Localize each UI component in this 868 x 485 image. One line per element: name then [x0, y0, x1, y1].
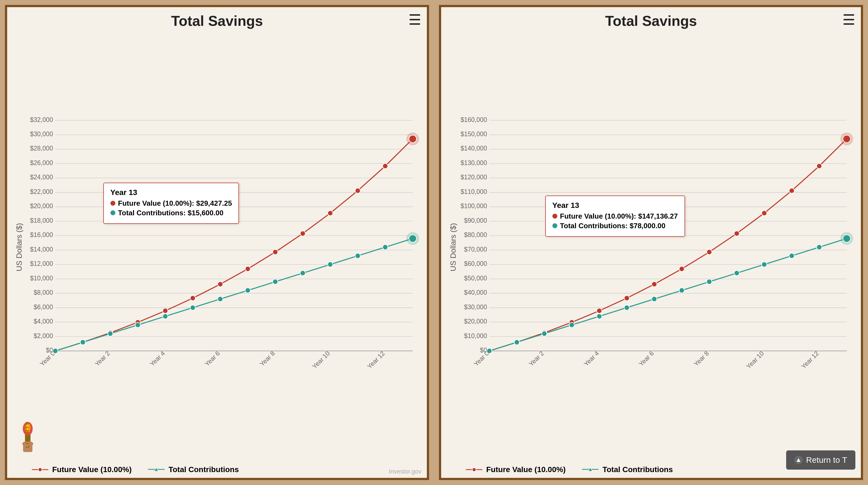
svg-point-149: [734, 270, 739, 276]
svg-text:$6,000: $6,000: [33, 303, 53, 311]
svg-text:Year 6: Year 6: [637, 350, 655, 367]
svg-point-134: [734, 231, 739, 236]
svg-text:$14,000: $14,000: [30, 246, 53, 253]
svg-point-150: [762, 262, 767, 267]
svg-text:$100,000: $100,000: [461, 202, 487, 209]
svg-text:Year 10: Year 10: [311, 350, 331, 370]
chart-area: US Dollars ($)$0$10,000$20,000$30,000$40…: [446, 32, 856, 462]
svg-point-56: [409, 135, 416, 142]
svg-point-65: [273, 279, 278, 284]
svg-text:$120,000: $120,000: [461, 173, 487, 181]
svg-point-60: [135, 322, 141, 328]
svg-point-58: [80, 340, 86, 345]
svg-text:Year 2: Year 2: [527, 350, 545, 367]
svg-text:$10,000: $10,000: [464, 332, 487, 340]
svg-point-152: [817, 245, 822, 250]
svg-text:$22,000: $22,000: [30, 188, 53, 195]
svg-text:Year 4: Year 4: [148, 350, 166, 367]
svg-text:Year 2: Year 2: [93, 350, 111, 367]
svg-point-144: [597, 314, 602, 319]
chart-header: Total Savings☰: [12, 13, 422, 29]
svg-point-64: [245, 288, 250, 293]
return-to-button[interactable]: Return to T: [786, 450, 856, 470]
svg-point-143: [569, 322, 575, 328]
svg-point-148: [707, 279, 712, 284]
chart-inner: $0$2,000$4,000$6,000$8,000$10,000$12,000…: [24, 32, 422, 462]
svg-text:$40,000: $40,000: [464, 289, 487, 296]
svg-point-147: [679, 288, 684, 293]
svg-point-129: [597, 308, 602, 313]
svg-text:$32,000: $32,000: [30, 116, 53, 123]
svg-text:Year 8: Year 8: [692, 350, 710, 367]
svg-point-47: [190, 295, 195, 301]
svg-point-141: [514, 340, 520, 345]
svg-point-145: [624, 305, 629, 310]
svg-text:Year 12: Year 12: [800, 350, 820, 370]
svg-point-71: [409, 235, 416, 242]
svg-point-57: [53, 348, 58, 353]
svg-text:Year 8: Year 8: [258, 350, 276, 367]
svg-text:$24,000: $24,000: [30, 173, 53, 181]
chart-header: Total Savings☰: [446, 13, 856, 29]
svg-text:$20,000: $20,000: [464, 318, 487, 325]
svg-point-136: [789, 188, 795, 193]
svg-text:$20,000: $20,000: [30, 202, 53, 209]
svg-point-154: [843, 235, 850, 242]
svg-text:$140,000: $140,000: [461, 145, 487, 152]
svg-text:$26,000: $26,000: [30, 159, 53, 166]
svg-text:$160,000: $160,000: [461, 116, 487, 123]
svg-text:$150,000: $150,000: [461, 130, 487, 138]
chart-svg: $0$10,000$20,000$30,000$40,000$50,000$60…: [458, 32, 856, 462]
liberty-logo: LIBERTY: [12, 416, 43, 456]
svg-text:$30,000: $30,000: [30, 130, 53, 138]
svg-text:$12,000: $12,000: [30, 260, 53, 267]
svg-point-48: [218, 282, 223, 287]
y-axis-label: US Dollars ($): [12, 32, 24, 462]
svg-point-140: [487, 348, 492, 353]
svg-text:Year 4: Year 4: [582, 350, 600, 367]
chart-area: US Dollars ($)$0$2,000$4,000$6,000$8,000…: [12, 32, 422, 462]
chart-legend: Future Value (10.00%)Total Contributions: [12, 462, 422, 474]
svg-point-53: [355, 188, 361, 193]
svg-point-135: [762, 211, 767, 216]
chart-title: Total Savings: [171, 13, 263, 29]
svg-text:$50,000: $50,000: [464, 274, 487, 282]
svg-point-51: [300, 231, 305, 236]
svg-text:$80,000: $80,000: [464, 231, 487, 238]
svg-text:$70,000: $70,000: [464, 246, 487, 253]
svg-point-63: [218, 296, 223, 301]
left-chart-panel: Total Savings☰US Dollars ($)$0$2,000$4,0…: [5, 5, 429, 480]
svg-text:$8,000: $8,000: [33, 289, 53, 296]
svg-text:$30,000: $30,000: [464, 303, 487, 311]
chart-inner: $0$10,000$20,000$30,000$40,000$50,000$60…: [458, 32, 856, 462]
svg-point-61: [163, 314, 168, 319]
svg-point-62: [190, 305, 195, 310]
svg-text:$2,000: $2,000: [33, 332, 53, 340]
svg-point-73: [38, 468, 42, 472]
svg-point-139: [843, 135, 850, 142]
svg-point-68: [355, 253, 361, 258]
svg-point-151: [789, 253, 795, 258]
svg-text:$10,000: $10,000: [30, 274, 53, 282]
svg-point-52: [328, 211, 333, 216]
svg-text:$16,000: $16,000: [30, 231, 53, 238]
svg-text:Year 10: Year 10: [745, 350, 765, 370]
legend-contributions: Total Contributions: [148, 465, 239, 474]
return-to-label: Return to T: [806, 455, 847, 465]
svg-point-133: [707, 249, 712, 255]
right-chart-panel: Total Savings☰US Dollars ($)$0$10,000$20…: [439, 5, 863, 480]
hamburger-icon[interactable]: ☰: [408, 13, 422, 27]
legend-future-value: Future Value (10.00%): [466, 465, 565, 474]
svg-text:Year 6: Year 6: [203, 350, 221, 367]
hamburger-icon[interactable]: ☰: [842, 13, 856, 27]
svg-point-142: [542, 331, 547, 336]
chart-title: Total Savings: [605, 13, 697, 29]
legend-future-value: Future Value (10.00%): [32, 465, 131, 474]
svg-text:$18,000: $18,000: [30, 217, 53, 224]
svg-point-46: [163, 308, 168, 313]
svg-text:$4,000: $4,000: [33, 318, 53, 325]
svg-point-49: [245, 266, 250, 271]
svg-text:Year 12: Year 12: [366, 350, 386, 370]
svg-text:$90,000: $90,000: [464, 217, 487, 224]
svg-point-54: [383, 163, 388, 169]
